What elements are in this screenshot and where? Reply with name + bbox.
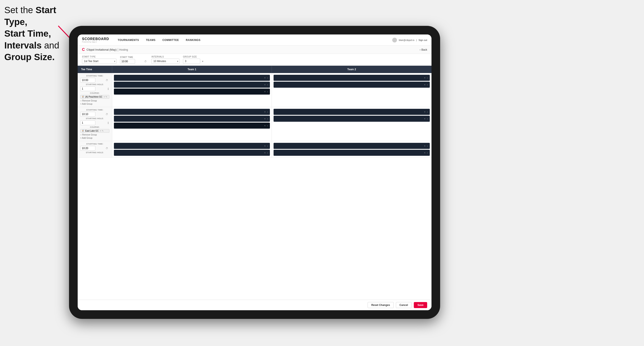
player-x-6[interactable]: × xyxy=(264,111,266,113)
tee-left-3: STARTING TIME: ⏱ STARTING HOLE: xyxy=(78,141,112,158)
group-size-group: Group Size 3 2 4 xyxy=(183,56,204,64)
add-group-2[interactable]: + Add Group xyxy=(80,137,110,139)
annotation-text: Set the Start Type, Start Time, Interval… xyxy=(4,4,69,63)
hole-arrows-2: ▲ ▼ xyxy=(108,120,109,125)
player-circle-10[interactable]: ○ xyxy=(427,118,428,120)
hole-down-2[interactable]: ▼ xyxy=(108,123,109,124)
player-x-1[interactable]: × xyxy=(264,77,266,79)
clippd-logo: C xyxy=(82,47,85,52)
hosting-label: Hosting xyxy=(119,48,128,51)
starting-hole-label-1: STARTING HOLE: xyxy=(80,83,110,86)
player-row-3-t1-2: × ○ xyxy=(114,150,270,156)
hole-up-2[interactable]: ▲ xyxy=(108,121,109,123)
nav-teams[interactable]: TEAMS xyxy=(142,34,159,46)
sub-nav: C Clippd Invitational (May) | Hosting ‹ … xyxy=(78,46,432,54)
hole-down-1[interactable]: ▼ xyxy=(108,89,109,90)
reset-button[interactable]: Reset Changes xyxy=(368,302,394,308)
player-row-1-t1-1: × ○ xyxy=(114,75,270,81)
save-button[interactable]: Save xyxy=(414,302,427,308)
nav-tournaments[interactable]: TOURNAMENTS xyxy=(114,34,142,46)
player-circle-5[interactable]: ○ xyxy=(427,84,428,86)
tee-team1-1: × ○ × ○ × ○ xyxy=(112,73,272,107)
starting-time-label-2: STARTING TIME: xyxy=(80,109,110,111)
player-x-13[interactable]: × xyxy=(424,145,426,147)
player-row-2-t1-3: × ○ xyxy=(114,123,270,129)
logo-sub: Powered by clipp.d xyxy=(82,41,109,43)
player-x-8[interactable]: × xyxy=(264,125,266,127)
group-size-label: Group Size xyxy=(183,56,204,58)
player-row-1-t1-3: × ○ xyxy=(114,89,270,95)
tee-team2-1: × ○ × ○ xyxy=(272,73,432,107)
player-x-4[interactable]: × xyxy=(424,77,426,79)
player-circle-13[interactable]: ○ xyxy=(427,145,428,147)
course-icon-1: 🏌 xyxy=(82,96,84,98)
player-circle-9[interactable]: ○ xyxy=(427,111,428,113)
player-x-7[interactable]: × xyxy=(264,118,266,120)
tee-left-1: STARTING TIME: ⏱ STARTING HOLE: ▲ ▼ COUR… xyxy=(78,73,112,107)
nav-committee[interactable]: COMMITTEE xyxy=(159,34,182,46)
hole-spinner-2: ▲ ▼ xyxy=(80,120,110,125)
player-x-9[interactable]: × xyxy=(424,111,426,113)
hole-field-2[interactable] xyxy=(80,120,95,125)
nav-rankings[interactable]: RANKINGS xyxy=(182,34,204,46)
cancel-button[interactable]: Cancel xyxy=(396,302,412,308)
group-size-select-wrapper: 3 2 4 xyxy=(183,59,204,64)
player-row-2-t2-1: × ○ xyxy=(274,109,430,115)
player-circle-2[interactable]: ○ xyxy=(267,84,268,86)
hole-up-1[interactable]: ▲ xyxy=(108,87,109,89)
clock-icon-2: ⏱ xyxy=(106,113,108,116)
table-header: Tee Time Team 1 Team 2 xyxy=(78,66,432,73)
starting-time-field-2[interactable] xyxy=(80,112,95,117)
start-type-group: Start Type 1st Tee Start Shotgun Start xyxy=(82,56,116,64)
tee-team1-3: × ○ × ○ xyxy=(112,141,272,158)
back-button[interactable]: ‹ Back xyxy=(420,48,427,51)
tournament-name[interactable]: Clippd Invitational (May) xyxy=(86,48,116,51)
course-remove-2[interactable]: × ✎ xyxy=(100,130,104,132)
remove-group-1[interactable]: ○ Remove Group xyxy=(80,100,110,102)
tee-team2-2: × ○ × ○ xyxy=(272,107,432,141)
player-row-2-t2-2: × ○ xyxy=(274,116,430,122)
hole-field-1[interactable] xyxy=(80,86,95,91)
group-size-select[interactable]: 3 2 4 xyxy=(183,59,200,64)
starting-time-input-2: ⏱ xyxy=(80,112,110,117)
player-x-5[interactable]: × xyxy=(424,84,426,86)
course-label-1: COURSE: xyxy=(80,92,110,94)
player-circle-14[interactable]: ○ xyxy=(427,152,428,154)
player-circle-3[interactable]: ○ xyxy=(267,90,268,93)
intervals-select[interactable]: 10 Minutes 8 Minutes 12 Minutes xyxy=(152,59,180,64)
course-icon-2: 🏌 xyxy=(82,130,84,132)
logo-area: SCOREBOARD Powered by clipp.d xyxy=(82,37,109,43)
hole-spinner-1: ▲ ▼ xyxy=(80,86,110,91)
course-remove-1[interactable]: × ✎ xyxy=(104,96,107,98)
clock-icon: ⏱ xyxy=(144,60,147,63)
back-chevron: ‹ xyxy=(420,48,420,51)
player-x-11[interactable]: × xyxy=(264,145,266,147)
starting-time-field-3[interactable] xyxy=(80,146,95,151)
start-time-input[interactable] xyxy=(120,59,135,64)
tee-left-2: STARTING TIME: ⏱ STARTING HOLE: ▲ ▼ COUR… xyxy=(78,107,112,141)
player-x-14[interactable]: × xyxy=(424,152,426,154)
player-circle-1[interactable]: ○ xyxy=(267,77,268,79)
user-avatar xyxy=(392,38,397,42)
clock-icon-1: ⏱ xyxy=(106,79,108,81)
player-circle-4[interactable]: ○ xyxy=(427,77,428,79)
player-circle-12[interactable]: ○ xyxy=(267,152,268,154)
remove-group-2[interactable]: ○ Remove Group xyxy=(80,134,110,136)
sign-out-link[interactable]: Sign out xyxy=(418,39,427,41)
player-circle-7[interactable]: ○ xyxy=(267,118,268,120)
starting-time-field-1[interactable] xyxy=(80,78,95,83)
player-x-3[interactable]: × xyxy=(264,90,266,93)
clock-icon-3: ⏱ xyxy=(106,147,108,150)
add-group-1[interactable]: + Add Group xyxy=(80,103,110,105)
start-type-select[interactable]: 1st Tee Start Shotgun Start xyxy=(82,59,116,64)
player-x-12[interactable]: × xyxy=(264,152,266,154)
tee-team1-2: × ○ × ○ × ○ xyxy=(112,107,272,141)
player-circle-6[interactable]: ○ xyxy=(267,111,268,113)
player-x-2[interactable]: × xyxy=(264,84,266,86)
start-type-select-wrapper: 1st Tee Start Shotgun Start xyxy=(82,59,116,64)
player-circle-8[interactable]: ○ xyxy=(267,125,268,127)
player-row-1-t2-2: × ○ xyxy=(274,82,430,88)
player-x-10[interactable]: × xyxy=(424,118,426,120)
player-circle-11[interactable]: ○ xyxy=(267,145,268,147)
start-type-label: Start Type xyxy=(82,56,116,58)
